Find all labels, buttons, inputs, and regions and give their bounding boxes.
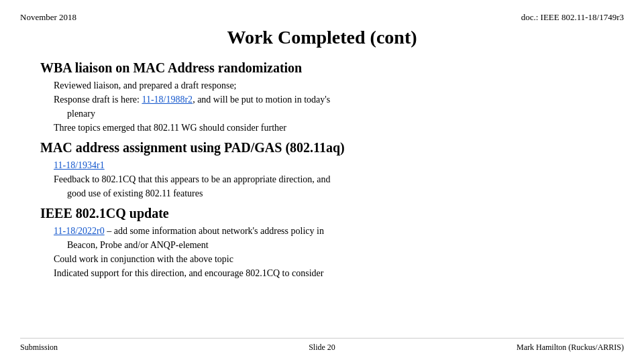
section2-body: 11-18/1934r1 Feedback to 802.1CQ that th… — [54, 158, 604, 200]
section3-line3: Indicated support for this direction, an… — [54, 266, 604, 280]
header: November 2018 doc.: IEEE 802.11-18/1749r… — [20, 12, 624, 23]
main-title: Work Completed (cont) — [20, 27, 624, 48]
section2-line1: Feedback to 802.1CQ that this appears to… — [54, 172, 604, 186]
section1-line1: Reviewed liaison, and prepared a draft r… — [54, 78, 604, 93]
section3-line2: Could work in conjunction with the above… — [54, 252, 604, 266]
footer-right: Mark Hamilton (Ruckus/ARRIS) — [423, 343, 624, 353]
section2-line2: good use of existing 802.11 features — [67, 186, 604, 200]
section3-heading: IEEE 802.1CQ update — [40, 206, 604, 221]
link-1934r1[interactable]: 11-18/1934r1 — [54, 160, 105, 170]
section1-plenary: plenary — [67, 107, 604, 121]
section3-body: 11-18/2022r0 – add some information abou… — [54, 224, 604, 280]
page: November 2018 doc.: IEEE 802.11-18/1749r… — [0, 0, 644, 362]
footer: Submission Slide 20 Mark Hamilton (Rucku… — [20, 338, 624, 353]
link-2022r0[interactable]: 11-18/2022r0 — [54, 226, 105, 236]
link-1988r2[interactable]: 11-18/1988r2 — [142, 95, 193, 105]
section1-line3: Three topics emerged that 802.11 WG shou… — [54, 121, 604, 135]
section2-heading: MAC address assignment using PAD/GAS (80… — [40, 140, 604, 156]
section1-heading: WBA liaison on MAC Address randomization — [40, 60, 604, 76]
section1-line2: Response draft is here: 11-18/1988r2, an… — [54, 93, 604, 107]
section3-line1: Beacon, Probe and/or ANQP-element — [67, 238, 604, 252]
section2-link-line: 11-18/1934r1 — [54, 158, 604, 172]
section1-body: Reviewed liaison, and prepared a draft r… — [54, 78, 604, 135]
footer-left: Submission — [20, 343, 221, 353]
header-left: November 2018 — [20, 12, 76, 23]
content: WBA liaison on MAC Address randomization… — [20, 55, 624, 338]
section3-link-line: 11-18/2022r0 – add some information abou… — [54, 224, 604, 238]
header-right: doc.: IEEE 802.11-18/1749r3 — [521, 12, 624, 23]
footer-center: Slide 20 — [221, 343, 423, 353]
